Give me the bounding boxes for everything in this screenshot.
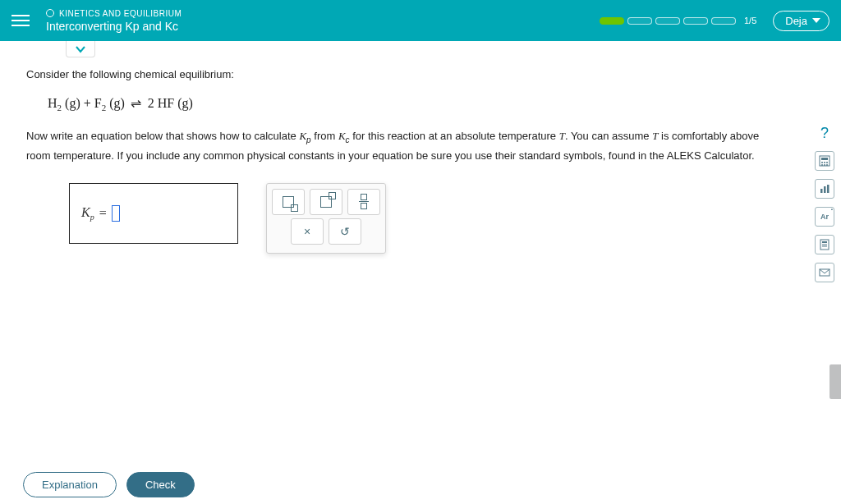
user-menu-button[interactable]: Deja [773, 11, 830, 31]
progress-label: 1/5 [744, 16, 756, 25]
periodic-table-button[interactable]: ▪ Ar [815, 207, 834, 227]
svg-rect-1 [821, 158, 828, 160]
svg-point-2 [821, 162, 823, 163]
reset-button[interactable]: ↺ [329, 218, 361, 245]
svg-point-6 [824, 164, 825, 166]
svg-rect-12 [822, 241, 827, 243]
header: KINETICS AND EQUILIBRIUM Interconverting… [0, 0, 841, 41]
question-prompt: Now write an equation below that shows h… [26, 127, 782, 165]
progress-seg [627, 17, 652, 25]
svg-point-3 [824, 162, 825, 163]
progress-seg [600, 17, 624, 25]
chemical-equation: H2 (g) + F2 (g) ⇌ 2 HF (g) [48, 92, 782, 116]
title-block: KINETICS AND EQUILIBRIUM Interconverting… [46, 9, 583, 33]
calculator-button[interactable] [815, 151, 834, 171]
notes-button[interactable] [815, 235, 834, 254]
fraction-tool[interactable] [347, 189, 380, 215]
user-name: Deja [785, 15, 807, 27]
message-button[interactable] [815, 263, 834, 282]
data-button[interactable] [815, 179, 834, 199]
progress-bar: 1/5 [600, 16, 756, 25]
chevron-down-icon [812, 18, 820, 23]
side-handle[interactable] [830, 364, 841, 399]
subscript-tool[interactable] [272, 189, 305, 215]
progress-seg [655, 17, 680, 25]
subtopic-label: Interconverting Kp and Kc [46, 20, 583, 33]
svg-point-5 [821, 164, 823, 166]
answer-input-box[interactable]: Kp = [69, 183, 238, 244]
side-toolbar: ? ▪ Ar [808, 123, 841, 282]
progress-seg [683, 17, 708, 25]
clear-button[interactable]: × [291, 218, 324, 245]
check-button[interactable]: Check [126, 472, 195, 497]
input-cursor [112, 205, 120, 222]
svg-rect-8 [820, 189, 823, 193]
equation-palette: × ↺ [266, 183, 386, 254]
svg-rect-10 [827, 185, 830, 193]
question-intro: Consider the following chemical equilibr… [26, 66, 782, 84]
svg-point-4 [826, 162, 828, 163]
explanation-button[interactable]: Explanation [23, 472, 117, 497]
topic-icon [46, 9, 54, 17]
svg-rect-9 [824, 186, 826, 193]
progress-seg [711, 17, 736, 25]
svg-point-7 [826, 164, 828, 166]
superscript-tool[interactable] [310, 189, 342, 215]
topic-label: KINETICS AND EQUILIBRIUM [59, 9, 182, 18]
menu-icon[interactable] [11, 11, 30, 30]
help-button[interactable]: ? [815, 123, 834, 143]
